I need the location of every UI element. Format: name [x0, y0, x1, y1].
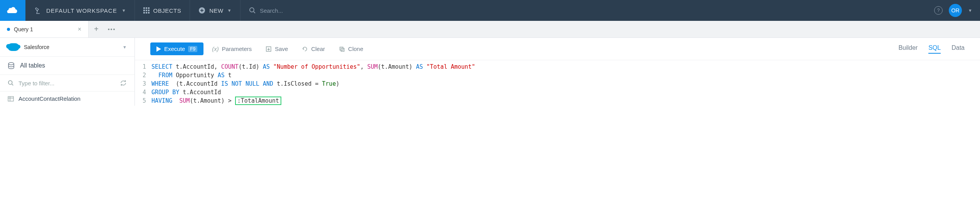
filter-row [0, 75, 134, 91]
tab-label: Query 1 [14, 26, 33, 32]
filter-input[interactable] [18, 80, 120, 86]
sql-code[interactable]: SELECT t.AccountId, COUNT(t.Id) AS "Numb… [151, 63, 475, 105]
svg-point-12 [8, 81, 12, 85]
svg-rect-3 [143, 10, 145, 11]
undo-icon [302, 46, 308, 52]
svg-rect-0 [143, 7, 145, 9]
svg-rect-1 [146, 7, 147, 9]
execute-hotkey: F9 [188, 46, 197, 52]
app-logo[interactable] [0, 0, 25, 21]
svg-rect-7 [146, 12, 147, 14]
execute-button[interactable]: Execute F9 [150, 42, 203, 55]
cloud-icon [7, 6, 18, 15]
svg-rect-5 [148, 10, 150, 11]
connection-label: Salesforce [24, 44, 49, 50]
sql-editor[interactable]: 1 2 3 4 5 SELECT t.AccountId, COUNT(t.Id… [135, 60, 980, 105]
chevron-down-icon: ▼ [123, 45, 127, 49]
mode-builder[interactable]: Builder [898, 44, 918, 54]
help-button[interactable]: ? [934, 6, 943, 15]
lamp-icon [34, 7, 42, 14]
new-button[interactable]: NEW ▼ [190, 0, 240, 21]
mode-sql[interactable]: SQL [928, 44, 941, 54]
main-area: Salesforce ▼ All tables [0, 38, 980, 106]
objects-button[interactable]: OBJECTS [135, 0, 190, 21]
add-tab-button[interactable]: + [89, 25, 104, 34]
new-label: NEW [209, 7, 224, 14]
line-gutter: 1 2 3 4 5 [135, 63, 151, 105]
play-icon [156, 46, 161, 52]
user-avatar[interactable]: OR [949, 4, 962, 17]
search-icon [8, 80, 14, 86]
svg-point-10 [250, 8, 254, 12]
svg-point-11 [8, 63, 14, 65]
global-search[interactable]: Search... [240, 7, 926, 14]
svg-rect-8 [148, 12, 150, 14]
parameters-icon: (x) [212, 46, 219, 52]
tab-more-button[interactable]: ••• [104, 26, 120, 32]
all-tables-item[interactable]: All tables [0, 57, 134, 75]
topbar-right: ? OR ▼ [926, 4, 980, 17]
refresh-icon[interactable] [120, 80, 127, 86]
top-navbar: DEFAULT WORKSPACE ▼ OBJECTS NEW ▼ Search… [0, 0, 980, 21]
search-placeholder: Search... [260, 7, 283, 14]
tab-bar: Query 1 × + ••• [0, 21, 980, 38]
save-icon [266, 46, 272, 52]
connection-selector[interactable]: Salesforce ▼ [0, 38, 134, 57]
table-item[interactable]: AccountContactRelation [0, 91, 134, 106]
clear-button[interactable]: Clear [296, 42, 330, 55]
svg-rect-4 [146, 10, 147, 11]
plus-circle-icon [198, 7, 205, 14]
chevron-down-icon[interactable]: ▼ [968, 8, 972, 13]
database-icon [8, 62, 15, 69]
query-tab[interactable]: Query 1 × [0, 21, 89, 37]
close-tab-button[interactable]: × [78, 26, 81, 33]
view-mode-switch: Builder SQL Data [898, 44, 965, 54]
svg-rect-15 [340, 47, 343, 50]
workspace-label: DEFAULT WORKSPACE [46, 7, 117, 14]
table-icon [8, 96, 14, 102]
mode-data[interactable]: Data [951, 44, 965, 54]
all-tables-label: All tables [20, 62, 45, 69]
execute-label: Execute [164, 46, 185, 52]
table-label: AccountContactRelation [18, 95, 81, 102]
clone-icon [339, 46, 345, 52]
query-toolbar: Execute F9 (x) Parameters Save Clear [135, 38, 980, 60]
objects-label: OBJECTS [153, 7, 182, 14]
svg-rect-13 [8, 97, 13, 101]
svg-rect-16 [341, 48, 344, 51]
save-button[interactable]: Save [260, 42, 293, 55]
clone-button[interactable]: Clone [333, 42, 368, 55]
chevron-down-icon: ▼ [227, 8, 232, 13]
chevron-down-icon: ▼ [122, 8, 126, 13]
workspace-selector[interactable]: DEFAULT WORKSPACE ▼ [25, 0, 135, 21]
query-parameter[interactable]: :TotalAmount [235, 97, 281, 105]
sidebar: Salesforce ▼ All tables [0, 38, 135, 106]
dirty-indicator-icon [7, 28, 10, 31]
salesforce-icon [8, 43, 19, 51]
svg-rect-6 [143, 12, 145, 14]
parameters-button[interactable]: (x) Parameters [207, 42, 257, 55]
content-area: Execute F9 (x) Parameters Save Clear [135, 38, 980, 106]
svg-rect-2 [148, 7, 150, 9]
grid-icon [143, 7, 150, 14]
search-icon [249, 7, 256, 14]
